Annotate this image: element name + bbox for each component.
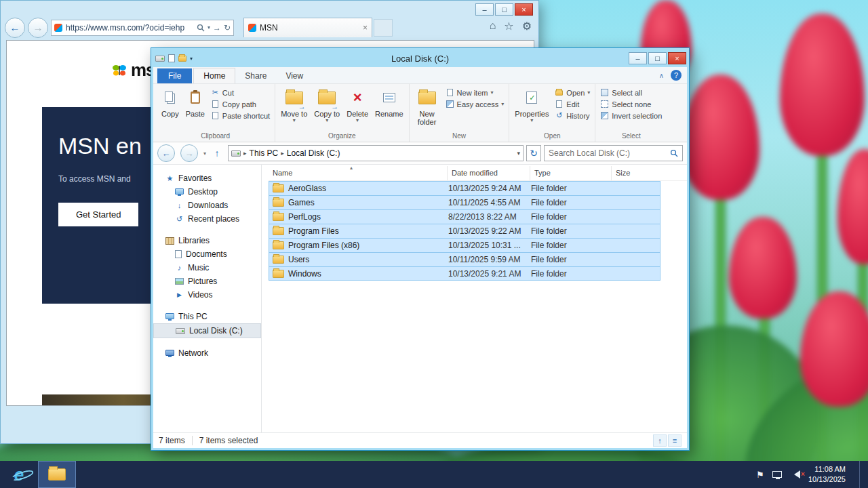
qat-properties-icon[interactable]: [168, 54, 175, 62]
help-icon[interactable]: ?: [671, 70, 682, 81]
cut-button[interactable]: ✂ Cut: [208, 87, 273, 98]
tab-share[interactable]: Share: [235, 68, 276, 83]
new-item-button[interactable]: New item ▾: [443, 87, 507, 98]
up-one-level-button[interactable]: ↑: [209, 146, 225, 161]
column-header-modified[interactable]: Date modified: [448, 166, 530, 180]
nav-recent-places[interactable]: ↺ Recent places: [153, 212, 261, 226]
nav-documents[interactable]: Documents: [153, 247, 261, 261]
get-started-button[interactable]: Get Started: [58, 203, 138, 226]
file-name: AeroGlass: [288, 184, 326, 193]
file-row-program-files-x86[interactable]: Program Files (x86) 10/13/2025 10:31 ...…: [269, 238, 660, 252]
copy-button[interactable]: Copy: [158, 85, 182, 120]
address-dropdown-icon[interactable]: ▾: [208, 24, 210, 30]
invert-selection-button[interactable]: Invert selection: [597, 110, 665, 121]
internet-explorer-icon: e: [14, 466, 24, 483]
view-large-icons-button[interactable]: ↑: [653, 434, 667, 447]
tab-close-icon[interactable]: ×: [363, 23, 368, 33]
view-details-button[interactable]: ≡: [668, 434, 682, 447]
tab-home[interactable]: Home: [193, 68, 235, 83]
rename-button[interactable]: Rename: [372, 85, 407, 120]
search-icon[interactable]: [197, 24, 205, 32]
new-tab-button[interactable]: [374, 19, 393, 37]
explorer-titlebar[interactable]: ▾ Local Disk (C:) – □ ×: [151, 48, 689, 67]
breadcrumb[interactable]: ▸ This PC ▸ Local Disk (C:) ▾: [228, 145, 524, 161]
nav-videos[interactable]: ▶ Videos: [153, 288, 261, 302]
file-row-program-files[interactable]: Program Files 10/13/2025 9:22 AM File fo…: [269, 224, 660, 238]
settings-gear-icon[interactable]: ⚙: [522, 20, 532, 33]
select-all-button[interactable]: Select all: [597, 87, 665, 98]
properties-button[interactable]: Properties ▾: [511, 85, 552, 126]
search-icon[interactable]: [670, 149, 678, 157]
explorer-forward-button[interactable]: →: [180, 144, 198, 162]
column-header-size[interactable]: Size: [612, 166, 656, 180]
browser-maximize-button[interactable]: □: [495, 3, 513, 16]
paste-shortcut-button[interactable]: Paste shortcut: [208, 110, 273, 121]
open-button[interactable]: Open ▾: [552, 87, 593, 98]
history-button[interactable]: ↺ History: [552, 110, 593, 121]
file-row-games[interactable]: Games 10/11/2025 4:55 AM File folder: [269, 195, 660, 209]
file-row-perflogs[interactable]: PerfLogs 8/22/2013 8:22 AM File folder: [269, 209, 660, 224]
explorer-maximize-button[interactable]: □: [648, 52, 667, 64]
browser-url[interactable]: https://www.msn.com/?ocid=iehp: [66, 23, 194, 33]
column-header-name[interactable]: Name: [269, 166, 448, 180]
browser-forward-button[interactable]: →: [28, 18, 48, 38]
select-none-button[interactable]: Select none: [597, 98, 665, 110]
explorer-back-button[interactable]: ←: [157, 144, 175, 162]
taskbar-explorer-button[interactable]: [38, 461, 76, 488]
nav-pictures[interactable]: Pictures: [153, 274, 261, 288]
nav-local-disk[interactable]: Local Disk (C:): [153, 323, 261, 338]
edit-button[interactable]: Edit: [552, 98, 593, 110]
home-icon[interactable]: ⌂: [490, 20, 496, 33]
breadcrumb-this-pc[interactable]: This PC: [250, 148, 279, 158]
qat-customize-icon[interactable]: ▾: [190, 56, 193, 62]
action-center-flag-icon[interactable]: ⚑: [756, 470, 764, 480]
system-icon[interactable]: [155, 56, 165, 62]
delete-button[interactable]: × Delete ▾: [343, 85, 372, 126]
column-header-type[interactable]: Type: [530, 166, 612, 180]
go-icon[interactable]: →: [213, 23, 221, 33]
browser-address-bar[interactable]: https://www.msn.com/?ocid=iehp ▾ → ↻: [51, 20, 234, 36]
tab-file[interactable]: File: [157, 68, 192, 83]
search-input[interactable]: [549, 148, 670, 158]
search-box[interactable]: [544, 145, 683, 161]
paste-button[interactable]: Paste: [182, 85, 208, 120]
browser-titlebar[interactable]: – □ ×: [1, 1, 538, 16]
taskbar-ie-button[interactable]: e: [0, 461, 38, 488]
qat-newfolder-icon[interactable]: [178, 56, 186, 62]
file-row-users[interactable]: Users 10/11/2025 9:59 AM File folder: [269, 252, 660, 266]
favorites-icon[interactable]: ☆: [504, 20, 513, 33]
browser-tab-msn[interactable]: MSN ×: [243, 18, 372, 37]
recent-locations-icon[interactable]: ▾: [203, 150, 206, 157]
new-folder-button[interactable]: New folder: [412, 85, 443, 128]
browser-close-button[interactable]: ×: [515, 3, 533, 16]
nav-downloads[interactable]: ↓ Downloads: [153, 199, 261, 212]
nav-libraries[interactable]: Libraries: [153, 234, 261, 247]
easy-access-button[interactable]: Easy access ▾: [443, 98, 507, 110]
edit-icon: [555, 100, 564, 108]
nav-this-pc[interactable]: This PC: [153, 310, 261, 323]
refresh-button[interactable]: ↻: [526, 145, 541, 161]
tab-view[interactable]: View: [276, 68, 313, 83]
network-tray-icon[interactable]: [772, 471, 782, 478]
file-row-aeroglass[interactable]: AeroGlass 10/13/2025 9:24 AM File folder: [269, 181, 660, 195]
breadcrumb-local-disk[interactable]: Local Disk (C:): [287, 148, 340, 158]
explorer-minimize-button[interactable]: –: [629, 52, 647, 64]
minimize-ribbon-icon[interactable]: ∧: [659, 72, 664, 79]
taskbar-clock[interactable]: 11:08 AM 10/13/2025: [808, 464, 851, 485]
browser-back-button[interactable]: ←: [5, 18, 25, 38]
file-row-windows[interactable]: Windows 10/13/2025 9:21 AM File folder: [269, 266, 660, 281]
nav-music[interactable]: ♪ Music: [153, 261, 261, 274]
copy-to-button[interactable]: Copy to ▾: [311, 85, 343, 126]
address-dropdown-icon[interactable]: ▾: [517, 150, 520, 157]
nav-desktop[interactable]: Desktop: [153, 185, 261, 199]
move-to-button[interactable]: Move to ▾: [277, 85, 311, 126]
explorer-close-button[interactable]: ×: [668, 52, 686, 64]
nav-favorites[interactable]: ★ Favorites: [153, 171, 261, 185]
volume-tray-icon[interactable]: ×: [790, 470, 800, 479]
show-desktop-button[interactable]: [859, 461, 864, 488]
refresh-icon[interactable]: ↻: [224, 23, 231, 33]
nav-network[interactable]: Network: [153, 346, 261, 360]
site-favicon: [54, 24, 62, 32]
browser-minimize-button[interactable]: –: [475, 3, 494, 16]
copy-path-button[interactable]: Copy path: [208, 98, 273, 110]
